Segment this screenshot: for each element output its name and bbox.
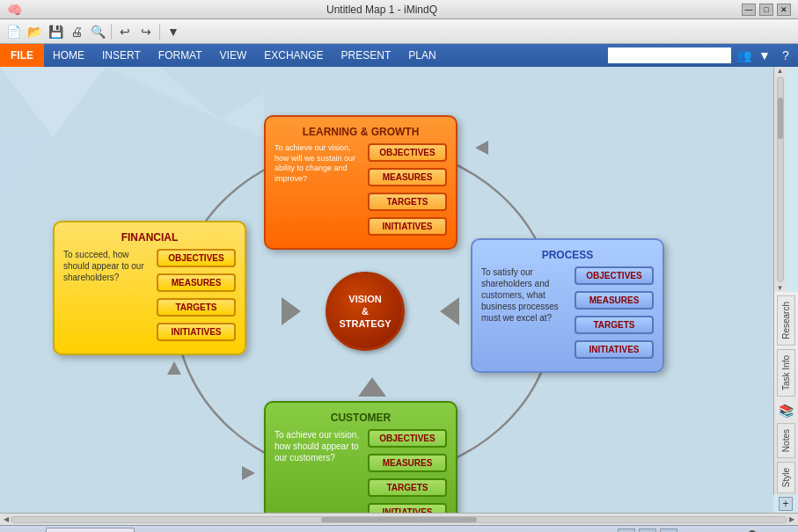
format-menu[interactable]: FORMAT (150, 44, 211, 67)
sidebar-library-icon[interactable]: 📚 (776, 400, 797, 421)
bg-poly4 (220, 67, 264, 155)
window-controls[interactable]: — □ ✕ (742, 4, 791, 16)
maximize-button[interactable]: □ (759, 4, 773, 16)
help-icon[interactable]: ? (777, 48, 794, 62)
financial-targets-btn[interactable]: TARGETS (157, 298, 236, 317)
bottom-center-arrow (358, 377, 386, 397)
customer-objectives-btn[interactable]: OBJECTIVES (368, 429, 447, 448)
undo-button[interactable]: ↩ (115, 22, 135, 41)
financial-desc: To succeed, how should appear to our sha… (63, 249, 150, 339)
process-objectives-btn[interactable]: OBJECTIVES (575, 266, 654, 285)
title-bar: 🧠 Untitled Map 1 - iMindQ — □ ✕ (0, 0, 798, 19)
bg-poly1 (0, 67, 106, 137)
hscrollbar-track[interactable] (11, 516, 787, 523)
learning-buttons: OBJECTIVES MEASURES TARGETS INITIATIVES (368, 143, 447, 239)
customer-measures-btn[interactable]: MEASURES (368, 454, 447, 472)
chevron-down-icon[interactable]: ▼ (756, 48, 773, 62)
hscroll-right-arrow[interactable]: ▶ (787, 515, 796, 523)
scrollbar-track[interactable] (777, 77, 784, 282)
financial-initiatives-btn[interactable]: INITIATIVES (157, 323, 236, 341)
left-center-arrow (282, 297, 301, 325)
customer-box: CUSTOMER To achieve our vision, how shou… (264, 401, 458, 513)
print-button[interactable]: 🖨 (67, 22, 86, 41)
view-menu[interactable]: VIEW (211, 44, 256, 67)
user-icon[interactable]: 👥 (735, 48, 752, 62)
add-button[interactable]: + (779, 497, 793, 511)
home-menu[interactable]: HOME (44, 44, 93, 67)
financial-measures-btn[interactable]: MEASURES (157, 273, 236, 292)
status-bar: ◀ ◀ ▶ ▶ Untitled Map 1 ✕ 70 % — + (0, 525, 798, 532)
right-center-arrow (440, 297, 459, 325)
customer-initiatives-btn[interactable]: INITIATIVES (368, 503, 447, 513)
right-sidebar: Research Task Info 📚 Notes Style (773, 292, 798, 495)
customer-buttons: OBJECTIVES MEASURES TARGETS INITIATIVES (368, 429, 447, 513)
vertical-scrollbar[interactable]: ▲ ▼ (773, 67, 786, 292)
view-mode-1[interactable] (618, 528, 635, 533)
window-title: Untitled Map 1 - iMindQ (22, 4, 742, 16)
scroll-down-arrow[interactable]: ▼ (775, 284, 786, 292)
process-box: PROCESS To satisfy our shareholders and … (471, 238, 664, 373)
redo-button[interactable]: ↪ (136, 22, 156, 41)
learning-initiatives-btn[interactable]: INITIATIVES (368, 217, 447, 236)
save-button[interactable]: 💾 (46, 22, 65, 41)
canvas-background (0, 67, 264, 199)
vision-line1: VISION (348, 293, 381, 305)
canvas-area[interactable]: VISION & STRATEGY FINANCIAL To succeed, … (0, 67, 773, 513)
process-measures-btn[interactable]: MEASURES (575, 291, 654, 310)
sidebar-tab-notes[interactable]: Notes (777, 423, 795, 458)
bottom-arrow (242, 466, 255, 480)
scroll-up-arrow[interactable]: ▲ (775, 67, 786, 75)
toolbar-separator (111, 24, 112, 40)
minimize-button[interactable]: — (742, 4, 756, 16)
zoom-controls: 70 % — + (681, 529, 794, 533)
toolbar-separator2 (159, 24, 160, 40)
financial-buttons: OBJECTIVES MEASURES TARGETS INITIATIVES (157, 249, 236, 345)
learning-title: LEARNING & GROWTH (275, 126, 447, 138)
sidebar-tab-research[interactable]: Research (777, 295, 795, 346)
learning-box: LEARNING & GROWTH To achieve our vision,… (264, 115, 458, 250)
learning-measures-btn[interactable]: MEASURES (368, 168, 447, 186)
plan-menu[interactable]: PLAN (399, 44, 444, 67)
hscrollbar-thumb[interactable] (321, 517, 476, 522)
vision-center: VISION & STRATEGY (326, 272, 405, 351)
map-tab[interactable]: Untitled Map 1 ✕ (46, 528, 135, 532)
process-targets-btn[interactable]: TARGETS (575, 316, 654, 334)
close-button[interactable]: ✕ (777, 4, 791, 16)
left-arrow (167, 361, 181, 375)
right-panel: ▲ ▼ Research Task Info 📚 Notes Style + (773, 67, 798, 513)
open-button[interactable]: 📂 (25, 22, 44, 41)
new-button[interactable]: 📄 (4, 22, 23, 41)
process-initiatives-btn[interactable]: INITIATIVES (575, 340, 654, 359)
process-buttons: OBJECTIVES MEASURES TARGETS INITIATIVES (575, 266, 654, 362)
exchange-menu[interactable]: EXCHANGE (255, 44, 332, 67)
horizontal-scrollbar[interactable]: ◀ ▶ (0, 513, 798, 525)
top-arrow (475, 141, 488, 155)
customer-targets-btn[interactable]: TARGETS (368, 478, 447, 497)
vision-line2: & (362, 305, 369, 317)
learning-objectives-btn[interactable]: OBJECTIVES (368, 143, 447, 162)
search-button[interactable]: 🔍 (88, 22, 107, 41)
hscroll-left-arrow[interactable]: ◀ (2, 515, 11, 523)
financial-objectives-btn[interactable]: OBJECTIVES (157, 249, 236, 267)
sidebar-tab-taskinfo[interactable]: Task Info (777, 349, 795, 397)
file-menu[interactable]: FILE (0, 44, 44, 67)
scrollbar-thumb[interactable] (778, 98, 783, 138)
financial-box: FINANCIAL To succeed, how should appear … (53, 221, 246, 355)
zoom-in-button[interactable]: + (780, 529, 794, 533)
menu-bar: FILE HOME INSERT FORMAT VIEW EXCHANGE PR… (0, 44, 798, 67)
financial-title: FINANCIAL (63, 231, 236, 244)
search-input[interactable] (608, 47, 731, 63)
quick-access-toolbar: 📄 📂 💾 🖨 🔍 ↩ ↪ ▼ (0, 19, 798, 44)
learning-targets-btn[interactable]: TARGETS (368, 193, 447, 211)
present-menu[interactable]: PRESENT (333, 44, 400, 67)
bg-poly2 (106, 67, 220, 120)
insert-menu[interactable]: INSERT (93, 44, 150, 67)
zoom-out-button[interactable]: — (706, 529, 721, 533)
customer-desc: To achieve our vision, how should appear… (275, 429, 361, 513)
process-title: PROCESS (481, 249, 654, 261)
view-mode-2[interactable] (639, 528, 656, 533)
more-button[interactable]: ▼ (164, 22, 183, 41)
sidebar-tab-style[interactable]: Style (777, 462, 795, 493)
customer-title: CUSTOMER (275, 412, 447, 424)
view-mode-3[interactable] (660, 528, 677, 533)
